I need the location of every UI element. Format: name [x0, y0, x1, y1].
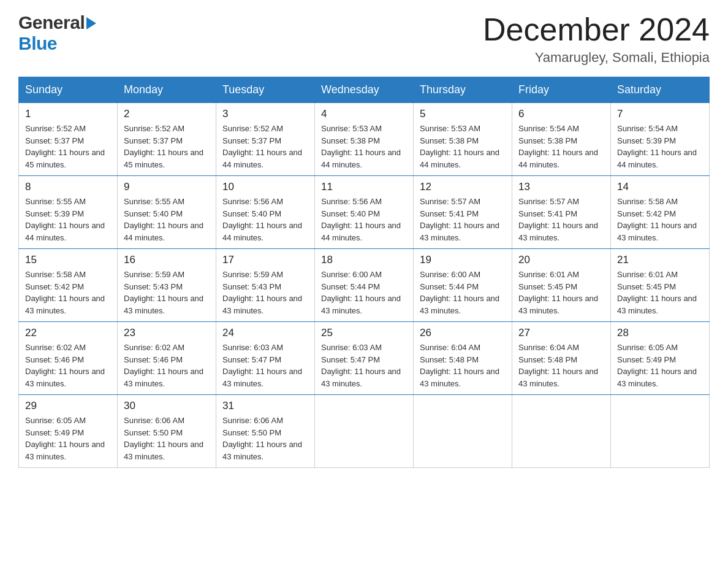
- day-info: Sunrise: 6:02 AMSunset: 5:46 PMDaylight:…: [124, 343, 203, 388]
- title-area: December 2024 Yamarugley, Somali, Ethiop…: [483, 12, 710, 66]
- day-number: 23: [124, 327, 210, 339]
- day-info: Sunrise: 5:54 AMSunset: 5:39 PMDaylight:…: [617, 124, 697, 169]
- week-row-3: 15Sunrise: 5:58 AMSunset: 5:42 PMDayligh…: [19, 249, 710, 322]
- column-header-sunday: Sunday: [19, 77, 118, 103]
- day-cell: 8Sunrise: 5:55 AMSunset: 5:39 PMDaylight…: [19, 176, 118, 249]
- day-cell: 12Sunrise: 5:57 AMSunset: 5:41 PMDayligh…: [414, 176, 512, 249]
- column-header-saturday: Saturday: [611, 77, 710, 103]
- day-cell: 5Sunrise: 5:53 AMSunset: 5:38 PMDaylight…: [414, 103, 512, 176]
- day-cell: 11Sunrise: 5:56 AMSunset: 5:40 PMDayligh…: [315, 176, 414, 249]
- day-cell: 13Sunrise: 5:57 AMSunset: 5:41 PMDayligh…: [512, 176, 611, 249]
- day-number: 4: [321, 108, 407, 120]
- day-number: 2: [124, 108, 210, 120]
- day-cell: 20Sunrise: 6:01 AMSunset: 5:45 PMDayligh…: [512, 249, 611, 322]
- day-cell: 25Sunrise: 6:03 AMSunset: 5:47 PMDayligh…: [315, 322, 414, 395]
- week-row-2: 8Sunrise: 5:55 AMSunset: 5:39 PMDaylight…: [19, 176, 710, 249]
- day-number: 8: [25, 181, 111, 193]
- day-cell: 19Sunrise: 6:00 AMSunset: 5:44 PMDayligh…: [414, 249, 512, 322]
- logo-blue-text: Blue: [18, 33, 57, 53]
- day-number: 20: [518, 254, 604, 266]
- day-number: 16: [124, 254, 210, 266]
- day-info: Sunrise: 5:55 AMSunset: 5:39 PMDaylight:…: [25, 197, 105, 242]
- day-info: Sunrise: 5:59 AMSunset: 5:43 PMDaylight:…: [222, 270, 302, 315]
- day-info: Sunrise: 6:00 AMSunset: 5:44 PMDaylight:…: [420, 270, 499, 315]
- day-cell: [611, 395, 710, 468]
- day-info: Sunrise: 5:56 AMSunset: 5:40 PMDaylight:…: [321, 197, 401, 242]
- week-row-4: 22Sunrise: 6:02 AMSunset: 5:46 PMDayligh…: [19, 322, 710, 395]
- day-info: Sunrise: 6:03 AMSunset: 5:47 PMDaylight:…: [222, 343, 302, 388]
- day-number: 24: [222, 327, 308, 339]
- day-cell: 10Sunrise: 5:56 AMSunset: 5:40 PMDayligh…: [216, 176, 315, 249]
- day-info: Sunrise: 5:57 AMSunset: 5:41 PMDaylight:…: [518, 197, 598, 242]
- day-cell: 4Sunrise: 5:53 AMSunset: 5:38 PMDaylight…: [315, 103, 414, 176]
- day-info: Sunrise: 6:05 AMSunset: 5:49 PMDaylight:…: [25, 416, 105, 461]
- day-info: Sunrise: 6:03 AMSunset: 5:47 PMDaylight:…: [321, 343, 401, 388]
- calendar-title: December 2024: [483, 12, 710, 47]
- day-number: 27: [518, 327, 604, 339]
- day-number: 21: [617, 254, 703, 266]
- day-number: 14: [617, 181, 703, 193]
- day-cell: 23Sunrise: 6:02 AMSunset: 5:46 PMDayligh…: [118, 322, 216, 395]
- day-cell: 30Sunrise: 6:06 AMSunset: 5:50 PMDayligh…: [118, 395, 216, 468]
- day-info: Sunrise: 5:53 AMSunset: 5:38 PMDaylight:…: [420, 124, 499, 169]
- day-number: 25: [321, 327, 407, 339]
- day-cell: 28Sunrise: 6:05 AMSunset: 5:49 PMDayligh…: [611, 322, 710, 395]
- day-number: 7: [617, 108, 703, 120]
- column-header-wednesday: Wednesday: [315, 77, 414, 103]
- day-cell: 1Sunrise: 5:52 AMSunset: 5:37 PMDaylight…: [19, 103, 118, 176]
- day-cell: 7Sunrise: 5:54 AMSunset: 5:39 PMDaylight…: [611, 103, 710, 176]
- day-info: Sunrise: 6:01 AMSunset: 5:45 PMDaylight:…: [617, 270, 697, 315]
- day-info: Sunrise: 5:52 AMSunset: 5:37 PMDaylight:…: [222, 124, 302, 169]
- day-number: 1: [25, 108, 111, 120]
- day-number: 9: [124, 181, 210, 193]
- header: General Blue December 2024 Yamarugley, S…: [18, 12, 710, 66]
- day-info: Sunrise: 6:00 AMSunset: 5:44 PMDaylight:…: [321, 270, 401, 315]
- day-cell: 17Sunrise: 5:59 AMSunset: 5:43 PMDayligh…: [216, 249, 315, 322]
- day-cell: 14Sunrise: 5:58 AMSunset: 5:42 PMDayligh…: [611, 176, 710, 249]
- day-info: Sunrise: 6:06 AMSunset: 5:50 PMDaylight:…: [124, 416, 203, 461]
- day-info: Sunrise: 5:53 AMSunset: 5:38 PMDaylight:…: [321, 124, 401, 169]
- day-cell: 21Sunrise: 6:01 AMSunset: 5:45 PMDayligh…: [611, 249, 710, 322]
- day-number: 29: [25, 400, 111, 412]
- day-number: 13: [518, 181, 604, 193]
- day-cell: 9Sunrise: 5:55 AMSunset: 5:40 PMDaylight…: [118, 176, 216, 249]
- calendar-subtitle: Yamarugley, Somali, Ethiopia: [483, 50, 710, 66]
- day-number: 6: [518, 108, 604, 120]
- calendar-body: 1Sunrise: 5:52 AMSunset: 5:37 PMDaylight…: [19, 103, 710, 468]
- day-info: Sunrise: 5:59 AMSunset: 5:43 PMDaylight:…: [124, 270, 203, 315]
- day-cell: 6Sunrise: 5:54 AMSunset: 5:38 PMDaylight…: [512, 103, 611, 176]
- day-cell: 2Sunrise: 5:52 AMSunset: 5:37 PMDaylight…: [118, 103, 216, 176]
- day-info: Sunrise: 5:58 AMSunset: 5:42 PMDaylight:…: [25, 270, 105, 315]
- day-info: Sunrise: 6:06 AMSunset: 5:50 PMDaylight:…: [222, 416, 302, 461]
- day-number: 22: [25, 327, 111, 339]
- day-number: 5: [420, 108, 506, 120]
- day-info: Sunrise: 5:52 AMSunset: 5:37 PMDaylight:…: [124, 124, 203, 169]
- week-row-1: 1Sunrise: 5:52 AMSunset: 5:37 PMDaylight…: [19, 103, 710, 176]
- day-cell: 31Sunrise: 6:06 AMSunset: 5:50 PMDayligh…: [216, 395, 315, 468]
- day-cell: 18Sunrise: 6:00 AMSunset: 5:44 PMDayligh…: [315, 249, 414, 322]
- day-cell: 27Sunrise: 6:04 AMSunset: 5:48 PMDayligh…: [512, 322, 611, 395]
- day-number: 26: [420, 327, 506, 339]
- day-number: 31: [222, 400, 308, 412]
- day-number: 11: [321, 181, 407, 193]
- day-number: 10: [222, 181, 308, 193]
- logo: General Blue: [18, 12, 96, 54]
- day-number: 19: [420, 254, 506, 266]
- day-info: Sunrise: 5:52 AMSunset: 5:37 PMDaylight:…: [25, 124, 105, 169]
- day-cell: [414, 395, 512, 468]
- logo-triangle-icon: [86, 17, 96, 29]
- day-cell: 24Sunrise: 6:03 AMSunset: 5:47 PMDayligh…: [216, 322, 315, 395]
- day-info: Sunrise: 5:55 AMSunset: 5:40 PMDaylight:…: [124, 197, 203, 242]
- calendar-table: SundayMondayTuesdayWednesdayThursdayFrid…: [18, 77, 710, 468]
- day-cell: 26Sunrise: 6:04 AMSunset: 5:48 PMDayligh…: [414, 322, 512, 395]
- calendar-header-row: SundayMondayTuesdayWednesdayThursdayFrid…: [19, 77, 710, 103]
- day-info: Sunrise: 5:54 AMSunset: 5:38 PMDaylight:…: [518, 124, 598, 169]
- column-header-tuesday: Tuesday: [216, 77, 315, 103]
- day-cell: 22Sunrise: 6:02 AMSunset: 5:46 PMDayligh…: [19, 322, 118, 395]
- column-header-monday: Monday: [118, 77, 216, 103]
- day-info: Sunrise: 6:04 AMSunset: 5:48 PMDaylight:…: [518, 343, 598, 388]
- day-cell: 16Sunrise: 5:59 AMSunset: 5:43 PMDayligh…: [118, 249, 216, 322]
- day-number: 30: [124, 400, 210, 412]
- day-info: Sunrise: 5:58 AMSunset: 5:42 PMDaylight:…: [617, 197, 697, 242]
- logo-general-text: General: [18, 12, 85, 33]
